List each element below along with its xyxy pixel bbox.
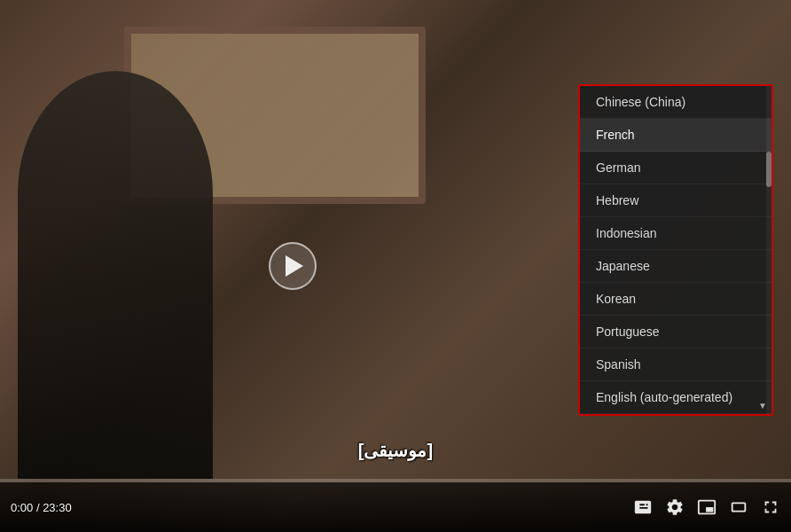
controls-right	[633, 497, 780, 517]
theater-mode-button[interactable]	[729, 497, 748, 517]
miniplayer-button[interactable]	[697, 497, 717, 517]
language-item-portuguese[interactable]: Portuguese	[580, 316, 771, 348]
settings-icon	[665, 497, 685, 517]
settings-button[interactable]	[665, 497, 685, 517]
language-item-french[interactable]: French	[580, 119, 771, 152]
language-item-english-auto[interactable]: English (auto-generated)	[580, 381, 771, 414]
dropdown-scrollbar-thumb	[766, 152, 771, 187]
language-item-japanese[interactable]: Japanese	[580, 250, 771, 283]
controls-bar: 0:00 / 23:30	[0, 482, 791, 532]
language-items-container: Chinese (China)FrenchGermanHebrewIndones…	[580, 86, 771, 414]
language-item-hebrew[interactable]: Hebrew	[580, 184, 771, 217]
subtitles-button[interactable]	[633, 497, 653, 517]
dropdown-scrollbar	[766, 86, 771, 414]
scene-person-left	[18, 71, 213, 479]
language-item-chinese-china[interactable]: Chinese (China)	[580, 86, 771, 119]
language-item-spanish[interactable]: Spanish	[580, 348, 771, 381]
miniplayer-icon	[697, 497, 717, 517]
language-item-german[interactable]: German	[580, 152, 771, 184]
language-dropdown: Chinese (China)FrenchGermanHebrewIndones…	[578, 84, 773, 416]
subtitle-text: [موسيقى]	[358, 440, 433, 461]
fullscreen-icon	[761, 497, 780, 517]
theater-mode-icon	[729, 497, 748, 517]
time-display: 0:00 / 23:30	[11, 501, 72, 514]
video-player: [موسيقى] 0:00 / 23:30	[0, 0, 791, 532]
language-item-indonesian[interactable]: Indonesian	[580, 217, 771, 250]
play-button[interactable]	[269, 242, 317, 290]
scroll-arrow-down-icon[interactable]: ▼	[754, 396, 771, 414]
subtitles-icon	[633, 497, 653, 517]
fullscreen-button[interactable]	[761, 497, 780, 517]
language-item-korean[interactable]: Korean	[580, 283, 771, 316]
